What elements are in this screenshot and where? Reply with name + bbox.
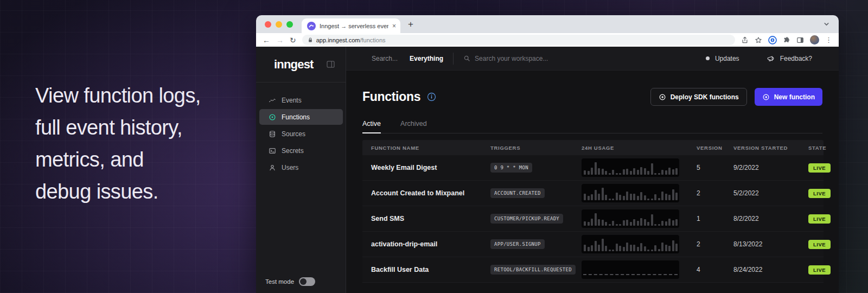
inngest-logo[interactable]: inngest [274,58,314,72]
profile-avatar[interactable] [810,35,819,44]
version: 1 [697,215,733,222]
trigger-badge: APP/USER.SIGNUP [490,239,545,249]
version-started: 5/2/2022 [733,189,808,197]
new-function-button[interactable]: New function [755,88,822,106]
tab-title: Inngest → serverless event-dri [320,23,388,29]
version-started: 8/2/2022 [733,215,808,222]
sidebar-item-events[interactable]: Events [259,92,343,108]
status-badge: LIVE [808,189,831,198]
browser-toolbar: ← → ↻ app.inngest.com/functions ⋮ [256,33,839,47]
table-row[interactable]: Account Created to Mixpanel ACCOUNT.CREA… [362,181,824,206]
hero-line: View function logs, [35,80,201,112]
tab-archived[interactable]: Archived [400,120,427,133]
function-name: Weekly Email Digest [371,164,490,171]
search-scope[interactable]: Everything [410,55,443,62]
sidebar-item-label: Users [282,164,298,171]
hero-line: full event history, [35,112,201,144]
function-name: activation-drip-email [371,240,490,248]
trigger-badge: ACCOUNT.CREATED [490,188,545,198]
test-mode-toggle[interactable] [299,277,315,286]
status-badge: LIVE [808,163,831,173]
sidebar-item-label: Events [282,97,302,104]
sidebar-item-users[interactable]: Users [259,160,343,175]
search-label[interactable]: Search... [372,55,398,62]
side-panel-icon[interactable] [796,36,804,44]
version: 2 [697,189,733,197]
test-mode-label: Test mode [265,278,294,285]
browser-window: Inngest → serverless event-dri × + ← → ↻… [256,15,839,293]
functions-table: FUNCTION NAME TRIGGERS 24H USAGE VERSION… [362,140,824,283]
usage-sparkline [582,260,679,279]
table-header: FUNCTION NAME TRIGGERS 24H USAGE VERSION… [362,140,824,155]
lock-icon [308,37,313,43]
sidebar: inngest Events Functions [256,47,346,293]
workspace-topbar: Search... Everything Updates Feedback? [346,47,839,71]
reload-icon[interactable]: ↻ [290,36,296,44]
table-row[interactable]: Backfill User Data RETOOL/BACKFILL.REQUE… [362,257,824,283]
function-name: Send SMS [371,215,490,222]
version-started: 8/13/2022 [733,240,808,248]
new-function-icon [762,93,770,101]
usage-sparkline [582,235,679,253]
function-list-tabs: Active Archived [362,120,822,133]
sidebar-header: inngest [256,47,346,82]
address-bar[interactable]: app.inngest.com/functions [302,35,735,45]
zoom-window-button[interactable] [286,21,293,28]
updates-link[interactable]: Updates [715,55,739,62]
browser-tab-strip: Inngest → serverless event-dri × + [256,15,839,33]
workspace-search-input[interactable] [475,55,594,62]
functions-icon [269,113,276,121]
deploy-sdk-functions-button[interactable]: Deploy SDK functions [650,88,747,106]
divider [453,53,454,65]
version: 2 [697,240,733,248]
test-mode-row: Test mode [256,277,346,293]
share-icon[interactable] [741,36,749,44]
url-path: /functions [360,37,385,43]
inngest-app: inngest Events Functions [256,47,839,293]
usage-sparkline [582,158,679,177]
function-name: Backfill User Data [371,266,490,273]
extensions-puzzle-icon[interactable] [783,36,790,44]
sidebar-item-functions[interactable]: Functions [259,109,343,125]
version-started: 8/24/2022 [733,266,808,273]
version-started: 9/2/2022 [733,164,808,171]
user-icon [269,164,276,171]
chevron-down-icon[interactable] [823,21,830,28]
deploy-icon [659,93,666,101]
minimize-window-button[interactable] [276,21,282,28]
browser-tab[interactable]: Inngest → serverless event-dri × [302,18,400,33]
function-name: Account Created to Mixpanel [371,189,490,197]
forward-icon[interactable]: → [276,36,284,44]
sidebar-item-label: Functions [282,113,310,121]
status-badge: LIVE [808,240,831,249]
trigger-badge: RETOOL/BACKFILL.REQUESTED [490,265,576,275]
database-icon [269,130,276,138]
hero-line: debug issues. [35,176,201,208]
password-extension-icon[interactable] [768,36,777,44]
status-badge: LIVE [808,265,831,275]
table-row[interactable]: Weekly Email Digest 0 9 * * MON 5 9/2/20… [362,155,824,181]
browser-menu-icon[interactable]: ⋮ [825,36,832,44]
close-window-button[interactable] [265,21,271,28]
status-badge: LIVE [808,214,831,224]
tab-active[interactable]: Active [362,120,381,133]
new-tab-button[interactable]: + [408,19,413,30]
bookmark-star-icon[interactable] [755,36,762,44]
hero-text: View function logs, full event history, … [35,80,201,208]
usage-sparkline [582,209,679,228]
sidebar-item-sources[interactable]: Sources [259,126,343,142]
sidebar-item-label: Secrets [282,147,304,155]
collapse-sidebar-icon[interactable] [327,61,335,68]
table-row[interactable]: activation-drip-email APP/USER.SIGNUP 2 … [362,232,824,257]
trigger-badge: 0 9 * * MON [490,163,532,173]
usage-sparkline [582,184,679,202]
sidebar-item-secrets[interactable]: Secrets [259,143,343,158]
back-icon[interactable]: ← [263,36,270,44]
functions-page: Functions Deploy SDK functions [346,71,839,293]
tab-close-icon[interactable]: × [392,22,396,30]
table-row[interactable]: Send SMS CUSTOMER/PICKUP.READY 1 8/2/202… [362,206,824,232]
feedback-link[interactable]: Feedback? [780,55,812,62]
search-icon [463,55,470,62]
megaphone-icon [767,54,775,62]
info-icon[interactable] [427,92,436,101]
